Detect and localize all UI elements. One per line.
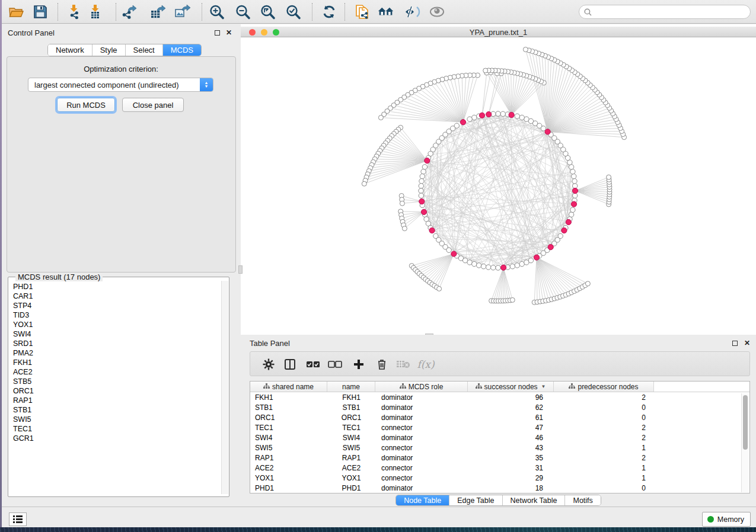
table-row[interactable]: STB1STB1dominator620 xyxy=(250,402,749,412)
column-header-MCDS-role[interactable]: MCDS role xyxy=(375,382,468,392)
mcds-list-scrollbar[interactable] xyxy=(221,281,228,494)
mcds-node-item[interactable]: GCR1 xyxy=(13,434,221,443)
table-row[interactable]: SWI4SWI4dominator462 xyxy=(250,432,749,443)
network-window-titlebar[interactable]: YPA_prune.txt_1 xyxy=(241,27,756,37)
mcds-node-item[interactable]: FKH1 xyxy=(13,358,221,367)
tab-network-table[interactable]: Network Table xyxy=(503,495,566,505)
mcds-node-item[interactable]: TEC1 xyxy=(13,424,221,434)
zoom-fit-icon[interactable] xyxy=(259,4,276,20)
table-cell: RAP1 xyxy=(327,454,375,462)
table-row[interactable]: PHD1PHD1dominator180 xyxy=(250,483,749,493)
tab-network[interactable]: Network xyxy=(48,44,92,56)
tab-edge-table[interactable]: Edge Table xyxy=(449,495,502,505)
table-cell: dominator xyxy=(375,414,468,422)
splitter-grip-vertical[interactable] xyxy=(238,265,243,274)
zoom-in-icon[interactable] xyxy=(208,4,225,20)
mcds-result-list[interactable]: PHD1CAR1STP4TID3YOX1SWI4SRD1PMA2FKH1ACE2… xyxy=(13,282,221,494)
main-toolbar xyxy=(2,0,756,24)
tab-style[interactable]: Style xyxy=(92,44,126,56)
import-network-icon[interactable] xyxy=(66,4,83,20)
save-icon[interactable] xyxy=(32,4,49,20)
table-cell: PHD1 xyxy=(250,484,327,492)
run-mcds-button[interactable]: Run MCDS xyxy=(57,98,115,112)
mcds-node-item[interactable]: ORC1 xyxy=(13,386,221,396)
home-layout-icon[interactable] xyxy=(378,4,394,20)
import-table-icon[interactable] xyxy=(88,4,104,20)
column-header-name[interactable]: name xyxy=(327,382,375,392)
table-cell: 29 xyxy=(468,474,554,482)
open-folder-icon[interactable] xyxy=(8,4,25,20)
mcds-node-item[interactable]: YOX1 xyxy=(13,320,221,329)
zoom-selected-icon[interactable] xyxy=(285,4,301,20)
network-canvas[interactable] xyxy=(241,37,756,335)
table-cell: 62 xyxy=(468,403,554,412)
column-header-shared-name[interactable]: shared name xyxy=(250,382,327,392)
criterion-dropdown[interactable]: largest connected component (undirected)… xyxy=(28,78,213,92)
close-table-panel-icon[interactable]: ✕ xyxy=(744,339,750,347)
node-table[interactable]: shared namename MCDS role successor node… xyxy=(250,381,750,493)
mcds-node-item[interactable]: SWI4 xyxy=(13,329,221,339)
export-network-icon[interactable] xyxy=(121,4,138,20)
table-panel-title: Table Panel xyxy=(250,339,290,348)
task-history-button[interactable] xyxy=(9,512,27,526)
split-pane-icon[interactable] xyxy=(282,356,298,373)
tab-mcds[interactable]: MCDS xyxy=(163,44,201,56)
tab-select[interactable]: Select xyxy=(126,44,163,56)
table-row[interactable]: ACE2ACE2connector311 xyxy=(250,463,749,473)
search-input[interactable] xyxy=(595,8,745,16)
select-all-icon[interactable] xyxy=(305,356,321,373)
sort-descending-icon: ▼ xyxy=(541,384,546,389)
settings-gear-icon[interactable] xyxy=(260,356,277,373)
close-panel-icon[interactable]: ✕ xyxy=(226,28,232,37)
table-cell: TEC1 xyxy=(327,424,375,432)
tree-column-icon xyxy=(263,383,270,391)
zoom-out-icon[interactable] xyxy=(234,4,251,20)
search-field[interactable] xyxy=(579,5,751,19)
status-bar: Memory xyxy=(2,507,756,527)
toolbar-separator xyxy=(344,3,345,21)
column-header-successor-nodes[interactable]: successor nodes▼ xyxy=(468,382,554,392)
mcds-node-item[interactable]: ACE2 xyxy=(13,367,221,377)
mcds-node-item[interactable]: STB1 xyxy=(13,405,221,415)
table-cell: 46 xyxy=(468,434,554,442)
mcds-node-item[interactable]: CAR1 xyxy=(13,291,221,301)
mcds-node-item[interactable]: TID3 xyxy=(13,310,221,320)
table-toolbar: f(x) xyxy=(250,351,750,376)
column-header-predecessor-nodes[interactable]: predecessor nodes xyxy=(554,382,654,392)
mcds-node-item[interactable]: STB5 xyxy=(13,377,221,386)
table-row[interactable]: ORC1ORC1dominator610 xyxy=(250,412,749,422)
table-scrollbar[interactable] xyxy=(741,393,749,492)
mcds-node-item[interactable]: STP4 xyxy=(13,301,221,310)
delete-column-icon[interactable] xyxy=(374,356,390,373)
table-scrollbar-thumb[interactable] xyxy=(743,395,748,450)
mcds-node-item[interactable]: PMA2 xyxy=(13,348,221,358)
float-table-panel-icon[interactable] xyxy=(732,341,738,346)
deselect-all-icon[interactable] xyxy=(327,356,343,373)
memory-button[interactable]: Memory xyxy=(702,512,751,527)
hide-graphics-icon[interactable] xyxy=(404,4,420,20)
table-row[interactable]: FKH1FKH1dominator962 xyxy=(250,392,749,402)
table-cell: connector xyxy=(375,474,468,482)
tab-motifs[interactable]: Motifs xyxy=(565,495,600,505)
show-graphics-icon[interactable] xyxy=(429,4,445,20)
float-panel-icon[interactable] xyxy=(215,30,220,36)
mcds-node-item[interactable]: RAP1 xyxy=(13,396,221,405)
tab-node-table[interactable]: Node Table xyxy=(396,495,449,505)
mcds-node-item[interactable]: SWI5 xyxy=(13,415,221,424)
table-row[interactable]: TEC1TEC1connector472 xyxy=(250,422,749,432)
close-panel-button[interactable]: Close panel xyxy=(122,98,184,112)
table-row[interactable]: SWI5SWI5connector431 xyxy=(250,443,749,453)
table-row[interactable]: YOX1YOX1connector291 xyxy=(250,473,749,483)
table-cell: 1 xyxy=(554,444,654,452)
add-column-icon[interactable] xyxy=(350,356,367,373)
network-document-icon[interactable] xyxy=(353,4,370,20)
table-row[interactable]: RAP1RAP1dominator352 xyxy=(250,453,749,463)
refresh-icon[interactable] xyxy=(321,4,337,20)
export-image-icon[interactable] xyxy=(174,4,191,20)
mcds-node-item[interactable]: SRD1 xyxy=(13,339,221,348)
column-header-filler xyxy=(654,382,749,392)
tree-column-icon xyxy=(400,383,406,391)
mcds-node-item[interactable]: PHD1 xyxy=(13,282,221,291)
table-cell: ACE2 xyxy=(327,464,375,472)
export-table-icon[interactable] xyxy=(150,4,167,20)
